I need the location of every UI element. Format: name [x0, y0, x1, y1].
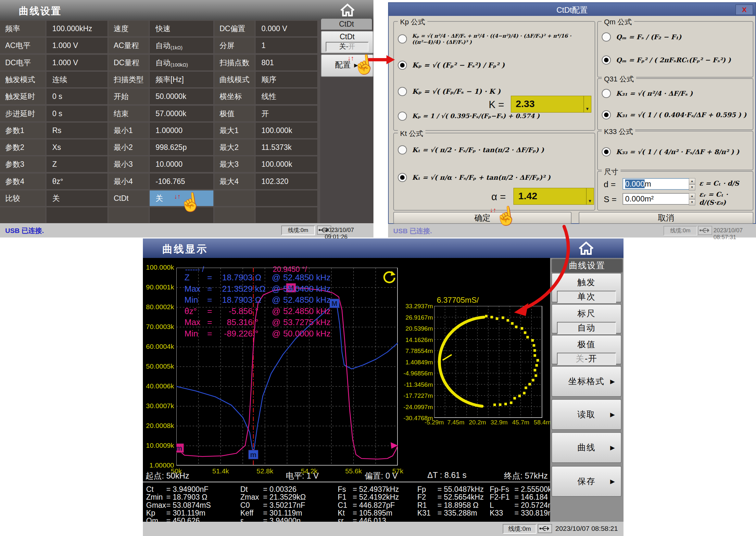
setting-value-cell[interactable] [256, 207, 317, 223]
radio-button[interactable] [398, 173, 407, 182]
setting-value-cell[interactable]: 自动(100kΩ) [150, 55, 213, 70]
result-name: C1 [338, 501, 353, 510]
setting-value-cell[interactable]: 顺序 [256, 72, 317, 87]
setting-value-cell[interactable]: 10.0000 [150, 156, 213, 172]
kt-formula-option[interactable]: Kₜ = √( π/α · Fₛ/Fₚ + tan(π/2 · ΔF/Fₚ)² … [398, 165, 587, 190]
k-coefficient-combobox[interactable]: 2.33▼ [511, 96, 591, 113]
sidebar-menu-坐标格式[interactable]: 坐标格式► [552, 366, 622, 397]
close-icon[interactable]: X [736, 5, 753, 15]
qm-formula-option[interactable]: Qₘ = Fₛ / (F₂ − F₁) [602, 28, 747, 46]
result-name: Ct [146, 485, 166, 494]
radio-button[interactable] [602, 110, 611, 119]
setting-value-cell[interactable]: 0 s [47, 106, 107, 121]
data-point [504, 403, 507, 405]
result-cell: Keff= 301.119m [240, 509, 302, 518]
setting-value-cell[interactable]: Z [47, 156, 107, 172]
s-input[interactable]: 0.000m² [623, 193, 690, 205]
radio-button[interactable] [398, 145, 407, 154]
setting-value-cell[interactable]: 连续 [47, 72, 107, 87]
setting-value-cell[interactable]: 线性 [256, 88, 317, 104]
ctdt-toggle-button[interactable]: CtDt 关-开 [321, 31, 374, 53]
kp-formula-option[interactable]: Kₚ = √( π²/4 · ΔF/Fₛ + π²/4 · ((4−π²)/4)… [398, 27, 587, 51]
setting-label: DC量程 [108, 55, 149, 70]
data-point [518, 394, 521, 397]
d-input[interactable]: 0.000m [623, 178, 690, 190]
sidebar-toggle-1[interactable]: 触发单次 [552, 273, 622, 302]
setting-label: 最小3 [108, 156, 149, 172]
setting-value-cell[interactable]: 998.625p [150, 140, 213, 155]
radio-button[interactable] [398, 112, 407, 121]
s-stepper[interactable]: ▲▼ [689, 193, 695, 205]
setting-value-cell[interactable]: 自动(1kΩ) [150, 38, 213, 53]
setting-value-cell[interactable]: -106.765 [150, 174, 213, 189]
kt-formula-option[interactable]: Kₜ = √( π/2 · Fₛ/Fₚ · tan(π/2 · ΔF/Fₚ) ) [398, 139, 587, 161]
data-point [526, 336, 529, 338]
sidebar-toggle-3[interactable]: 极值关-开 [552, 335, 622, 364]
ok-button[interactable]: 确定 [393, 212, 572, 224]
radio-button[interactable] [398, 87, 407, 96]
setting-value-cell[interactable] [150, 207, 213, 223]
cancel-button[interactable]: 取消 [579, 212, 753, 224]
setting-value-cell[interactable] [256, 190, 317, 206]
result-name: Dt [240, 485, 263, 494]
setting-label: 最大1 [214, 123, 255, 138]
sidebar-menu-读取[interactable]: 读取► [552, 399, 622, 430]
setting-value-cell[interactable]: 快速 [150, 21, 213, 36]
setting-value-cell[interactable]: 1.00000 [150, 123, 213, 138]
result-value: = 301.119m [263, 509, 302, 517]
radio-button[interactable] [602, 55, 611, 65]
sidebar-item-curve-settings[interactable]: 曲线设置 [552, 258, 623, 273]
radio-button[interactable] [398, 34, 407, 44]
setting-value-cell[interactable]: 0 s [47, 88, 107, 104]
s-label: S = [604, 194, 617, 204]
radio-button[interactable] [602, 147, 611, 156]
kp-formula-option[interactable]: Kₚ = √( (Fₚ² − Fₛ²) / Fₚ² ) [398, 53, 587, 77]
setting-value-cell[interactable]: 关 [150, 190, 213, 206]
sidebar-menu-曲线[interactable]: 曲线► [552, 432, 622, 463]
data-point [499, 403, 501, 406]
d-stepper[interactable]: ▲▼ [689, 178, 695, 190]
setting-label: DC电平 [0, 55, 46, 70]
home-icon[interactable] [340, 3, 355, 17]
setting-value-cell[interactable]: 1.000 V [47, 55, 107, 70]
chevron-right-icon: ► [609, 410, 616, 419]
alpha-coefficient-combobox[interactable]: 1.42▼ [514, 188, 594, 205]
setting-value-cell[interactable]: 57.0000k [150, 106, 213, 121]
setting-value-cell[interactable]: 50.0000k [150, 88, 213, 104]
config-button[interactable]: 配置 ► [321, 54, 374, 77]
data-point [533, 344, 535, 347]
setting-value-cell[interactable]: 1 [256, 38, 317, 53]
setting-value-cell[interactable]: 频率[Hz] [150, 72, 213, 87]
qm-formula-option[interactable]: Qₘ = Fₚ² / ( 2πFₛRCₜ(Fₚ² − Fₛ²) ) [602, 49, 747, 71]
setting-value-cell[interactable]: 关 [47, 190, 107, 206]
setting-value-cell[interactable]: 801 [256, 55, 317, 70]
setting-label [214, 190, 255, 206]
setting-value-cell[interactable]: 100.000k [256, 123, 317, 138]
home-icon[interactable] [578, 241, 594, 256]
setting-value-cell[interactable]: 100.000kHz [47, 21, 107, 36]
setting-value-cell[interactable]: 11.5373k [256, 140, 317, 155]
setting-value-cell[interactable] [47, 207, 107, 223]
radio-button[interactable] [602, 32, 611, 42]
result-name: R1 [417, 501, 437, 510]
setting-value-cell[interactable]: θz° [47, 174, 107, 189]
chevron-right-icon: ► [609, 377, 616, 386]
radio-button[interactable] [602, 89, 611, 98]
result-name: Zmax [240, 493, 263, 502]
setting-value-cell[interactable]: Xs [47, 140, 107, 155]
setting-value-cell[interactable]: 1.000 V [47, 38, 107, 53]
setting-value-cell[interactable]: 0.000 V [256, 21, 317, 36]
q31-formula-option[interactable]: K₃₁ = √( π²/4 · ΔF/Fₛ ) [602, 85, 747, 102]
sidebar-menu-保存[interactable]: 保存► [552, 466, 622, 497]
setting-value-cell[interactable]: 100.000k [256, 156, 317, 172]
ctdt-toggle-state: 关-开 [326, 42, 369, 51]
setting-value-cell[interactable]: 开 [256, 106, 317, 121]
setting-value-cell[interactable]: Rs [47, 123, 107, 138]
radio-button[interactable] [398, 61, 407, 70]
curve-settings-screen: 曲线设置 频率100.000kHz速度快速DC偏置0.000 VAC电平1.00… [0, 0, 374, 238]
q31-formula-option[interactable]: K₃₁ = √( 1 / ( 0.404·Fₛ/ΔF + 0.595 ) ) [602, 104, 747, 125]
k33-formula-option[interactable]: K₃₃ = √( 1 / ( 4/π² · Fₛ/ΔF + 8/π² ) ) [602, 141, 747, 163]
sidebar-toggle-2[interactable]: 标尺自动 [552, 304, 622, 334]
data-point [510, 401, 513, 404]
setting-value-cell[interactable]: 102.320 [256, 174, 317, 189]
